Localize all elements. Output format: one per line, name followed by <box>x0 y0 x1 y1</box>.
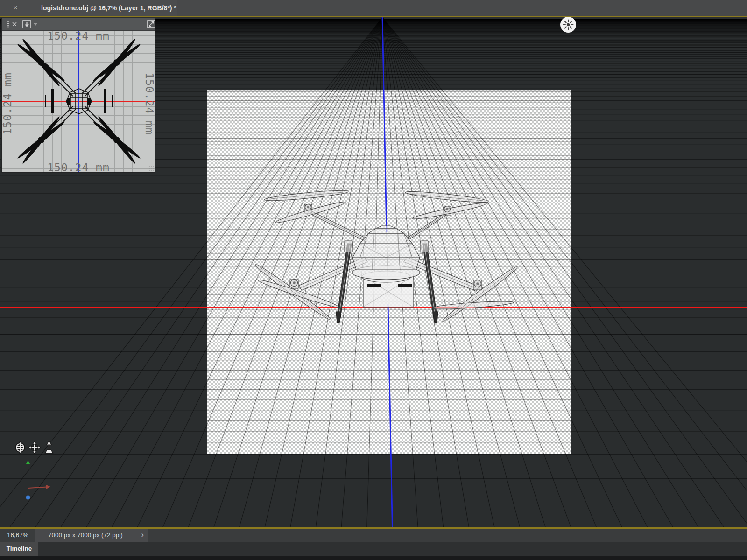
y-axis-arrow <box>26 460 30 464</box>
swap-main-view-icon[interactable] <box>148 21 155 28</box>
panel-resize-grip[interactable] <box>148 166 154 171</box>
document-tab[interactable]: × logistdrone.obj @ 16,7% (Layer 1, RGB/… <box>0 0 177 16</box>
zoom-level-field[interactable]: 16,67% <box>7 529 28 542</box>
photoshop-3d-workspace: × logistdrone.obj @ 16,7% (Layer 1, RGB/… <box>0 0 747 560</box>
panel-menu-icon[interactable] <box>7 22 9 27</box>
secondary-view-header <box>2 18 155 31</box>
measurement-top: 150.24 mm <box>2 31 155 42</box>
secondary-view-header-icons <box>2 18 155 30</box>
panel-close-icon[interactable] <box>13 22 16 26</box>
dolly-camera-tool[interactable] <box>45 441 53 453</box>
document-info-section[interactable]: 7000 px x 7000 px (72 ppi) › <box>35 529 148 542</box>
status-chevron-icon[interactable]: › <box>141 529 144 541</box>
document-title: logistdrone.obj @ 16,7% (Layer 1, RGB/8*… <box>41 0 176 16</box>
measurement-right: 150.24 mm <box>143 71 155 136</box>
z-axis-handle <box>26 496 30 500</box>
timeline-bar: Timeline <box>0 542 747 556</box>
swap-view-button[interactable] <box>23 21 31 28</box>
pan-camera-tool[interactable] <box>28 441 41 454</box>
camera-tools <box>16 441 53 454</box>
window-bottom-edge <box>0 556 747 560</box>
orbit-camera-tool[interactable] <box>16 443 24 452</box>
document-dimensions: 7000 px x 7000 px (72 ppi) <box>48 529 123 542</box>
measurement-left: 150.24 mm <box>2 71 14 136</box>
measurement-bottom: 150.24 mm <box>2 161 155 172</box>
infinite-light-widget[interactable] <box>560 17 576 33</box>
document-tab-bar: × logistdrone.obj @ 16,7% (Layer 1, RGB/… <box>0 0 747 16</box>
top-view-propellers <box>16 38 141 165</box>
x-axis-arrow <box>46 485 50 489</box>
secondary-view-top-view: 150.24 mm 150.24 mm 150.24 mm 150.24 mm <box>2 31 155 172</box>
secondary-view-panel: 150.24 mm 150.24 mm 150.24 mm 150.24 mm <box>1 18 155 173</box>
close-icon[interactable]: × <box>11 4 20 12</box>
drone-top-view <box>2 31 155 172</box>
timeline-tab[interactable]: Timeline <box>0 542 38 556</box>
view-select-chevron-icon[interactable] <box>34 23 37 26</box>
status-bar: 16,67% 7000 px x 7000 px (72 ppi) › <box>0 529 747 542</box>
axis-gizmo <box>26 460 51 500</box>
